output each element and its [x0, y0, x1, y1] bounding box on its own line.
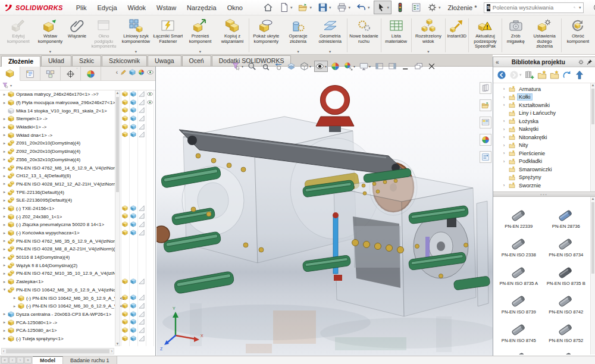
library-folder-item[interactable]: Sprężyny	[493, 174, 595, 182]
tree-filter[interactable]: ▾	[0, 81, 155, 90]
appearances-tab[interactable]	[480, 134, 491, 146]
library-part-item[interactable]: PN-M-85028 H9	[496, 343, 542, 354]
library-part-item[interactable]: PN-EN ISO 8735 B	[543, 258, 590, 286]
copy-with-mates-button[interactable]: Kopiuj z wiązaniami	[216, 17, 248, 54]
library-folder-item[interactable]: › Łożyska	[493, 117, 595, 125]
expand-arrow-icon[interactable]: ›	[502, 127, 506, 132]
selection-filter-icon[interactable]: ▾	[231, 61, 245, 72]
expand-arrow-icon[interactable]: ▸	[2, 92, 7, 97]
expand-arrow-icon[interactable]: ›	[502, 134, 506, 140]
bottom-tab[interactable]: Badanie ruchu 1	[63, 356, 117, 364]
part-icon[interactable]	[122, 327, 128, 333]
expand-arrow-icon[interactable]: ›	[502, 102, 506, 108]
expand-arrow-icon[interactable]: ▸	[2, 165, 7, 170]
tree-item[interactable]: ▸ PN-EN ISO 4762_M6_14_6_12.9_A_V4(iziNo…	[0, 164, 155, 172]
tree-item[interactable]: ▸ (-) PN-EN ISO 10642_M6_30_6_12.9_A_V4<…	[0, 302, 155, 310]
appearance-triangle-icon[interactable]	[139, 327, 145, 333]
command-tab[interactable]: Oceń	[182, 55, 211, 66]
edit-appearance-icon[interactable]	[330, 61, 341, 72]
expand-arrow-icon[interactable]: ›	[502, 118, 506, 124]
tree-item[interactable]: ▸ (-) Z02_24x380_1<1>	[0, 212, 155, 221]
design-library-tab[interactable]	[480, 82, 491, 94]
display-mode-icon[interactable]	[130, 311, 136, 317]
part-icon[interactable]	[122, 131, 128, 137]
tree-item[interactable]: ▸ CH12_13_1_4(Default)(6)	[0, 172, 155, 180]
pin-panel-icon[interactable]	[586, 59, 593, 65]
file-explorer-tab[interactable]	[480, 99, 491, 111]
graphics-viewport[interactable]: Y X Z	[156, 67, 493, 356]
dropdown-caret[interactable]: ▾	[519, 73, 522, 77]
zoom-area-icon[interactable]	[259, 61, 271, 72]
up-level-button[interactable]	[575, 70, 584, 80]
appearance-triangle-icon[interactable]	[139, 319, 145, 325]
appearance-triangle-icon[interactable]	[139, 294, 145, 300]
appearance-triangle-icon[interactable]	[139, 99, 145, 105]
part-icon[interactable]	[122, 91, 128, 97]
show-hidden-button[interactable]: Pokaż ukryte komponenty	[250, 17, 282, 54]
tree-item[interactable]: ▸ (-) Tuleja sprężyny<1>	[0, 335, 155, 343]
expand-arrow-icon[interactable]: ▸	[2, 117, 7, 121]
library-folder-item[interactable]: › Armatura	[493, 85, 595, 93]
dropdown-caret[interactable]: ▾	[369, 64, 371, 68]
search-icon[interactable]	[574, 4, 575, 11]
hide-show-items-icon[interactable]: ▾	[314, 61, 328, 72]
tree-item[interactable]: ▸ (-) PN-EN ISO 10642_M6_30_6_12.9_A_V4<…	[0, 294, 155, 302]
options-list-button[interactable]	[409, 1, 424, 14]
forward-button[interactable]: ▾	[509, 70, 522, 80]
featuremanager-tab[interactable]	[0, 67, 20, 81]
save-button[interactable]: ▾	[315, 1, 334, 14]
library-folder-item[interactable]: › Podkładki	[493, 158, 595, 166]
command-tab[interactable]: Szkic	[72, 55, 101, 66]
tree-item[interactable]: Mika 14 stopka_V10_logo_R1_skala_2<1>	[0, 106, 155, 115]
appearance-triangle-icon[interactable]	[139, 303, 145, 309]
expand-arrow-icon[interactable]: ▸	[2, 190, 7, 194]
appearance-triangle-icon[interactable]	[139, 213, 145, 219]
expand-arrow-icon[interactable]: ▸	[2, 231, 7, 236]
library-part-item[interactable]: PN-EN ISO 8734	[543, 229, 590, 258]
panel-splitter[interactable]: •••	[493, 192, 595, 197]
zoom-fit-icon[interactable]	[246, 61, 258, 72]
assembly-model[interactable]: Y X Z	[156, 67, 493, 356]
edit-component-button[interactable]: Edytuj komponent	[2, 17, 34, 54]
expand-arrow-icon[interactable]: ›	[502, 183, 506, 188]
expand-arrow-icon[interactable]: ▸	[2, 271, 7, 276]
expand-arrow-icon[interactable]: ▸	[2, 239, 7, 243]
prev-tab-icon[interactable]: ‹	[9, 357, 16, 363]
tree-item[interactable]: ▸ Z092_20x20x10(Domyślna)(4)	[0, 148, 155, 156]
menu-item[interactable]: Plik	[71, 2, 92, 13]
dropdown-caret[interactable]: ▾	[135, 49, 137, 54]
part-icon[interactable]	[122, 278, 128, 284]
display-mode-icon[interactable]	[130, 99, 136, 105]
expand-arrow-icon[interactable]: ▸	[2, 101, 7, 105]
display-mode-icon[interactable]	[130, 319, 136, 325]
dropdown-caret[interactable]: ▾	[329, 5, 331, 10]
home-button[interactable]	[261, 1, 275, 14]
custom-properties-tab[interactable]	[480, 151, 491, 163]
view-palette-tab[interactable]	[480, 117, 491, 128]
command-tab[interactable]: Złożenie	[1, 56, 40, 67]
display-mode-icon[interactable]	[130, 327, 136, 333]
part-icon[interactable]	[122, 335, 128, 341]
expand-arrow-icon[interactable]: ▸	[2, 263, 7, 268]
tree-item[interactable]: ▾ PN-EN ISO 10642_M6_30_6_12.9_A_V4(iziN…	[0, 286, 155, 294]
expand-arrow-icon[interactable]: ▸	[2, 280, 7, 284]
next-tab-icon[interactable]: ›	[17, 357, 24, 363]
expand-arrow-icon[interactable]: ▸	[2, 214, 7, 219]
view-orientation-icon[interactable]: ▾	[299, 61, 312, 72]
dropdown-caret[interactable]: ▾	[49, 49, 51, 54]
smart-fasteners-button[interactable]: Łączniki Smart Fastener	[152, 17, 184, 54]
pencil-icon[interactable]	[120, 69, 127, 76]
instant3d-button[interactable]: Instant3D	[446, 17, 468, 54]
dropdown-caret[interactable]: ▾	[325, 64, 327, 68]
library-part-item[interactable]: PN-EN 28736	[543, 200, 590, 229]
previous-view-icon[interactable]	[273, 61, 284, 72]
command-search[interactable]: S ▾	[484, 2, 584, 13]
dropdown-caret[interactable]: ▾	[329, 49, 331, 54]
tree-item[interactable]: ▸ PCA-125080_a<1>	[0, 327, 155, 335]
filter-funnel-icon[interactable]	[2, 82, 9, 89]
dropdown-caret[interactable]: ▾	[297, 49, 299, 54]
tree-item[interactable]: ▸ PN-EN ISO 4028_M8_8_A2-21H_V4(iziNorm)…	[0, 245, 155, 253]
tree-item[interactable]: ▸ PCA-125080<1> ->	[0, 318, 155, 327]
expand-arrow-icon[interactable]: ▸	[2, 181, 7, 186]
display-mode-icon[interactable]	[130, 107, 136, 113]
